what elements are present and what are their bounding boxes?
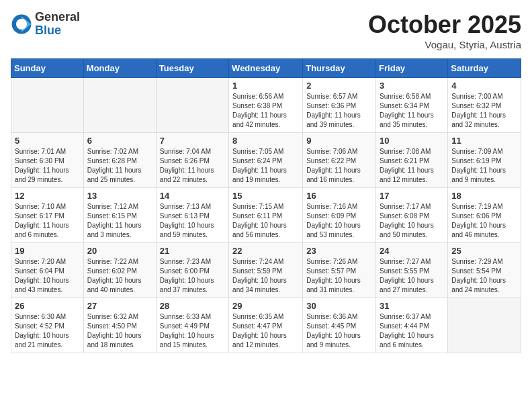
day-info: Sunrise: 7:08 AM Sunset: 6:21 PM Dayligh… [380, 147, 444, 185]
calendar-cell: 8Sunrise: 7:05 AM Sunset: 6:24 PM Daylig… [229, 133, 303, 188]
calendar-cell: 1Sunrise: 6:56 AM Sunset: 6:38 PM Daylig… [229, 78, 303, 133]
day-number: 14 [160, 191, 225, 201]
day-info: Sunrise: 6:33 AM Sunset: 4:49 PM Dayligh… [160, 312, 225, 350]
calendar-cell: 5Sunrise: 7:01 AM Sunset: 6:30 PM Daylig… [11, 133, 84, 188]
calendar-cell: 3Sunrise: 6:58 AM Sunset: 6:34 PM Daylig… [376, 78, 448, 133]
day-number: 6 [87, 136, 152, 146]
day-info: Sunrise: 7:04 AM Sunset: 6:26 PM Dayligh… [160, 147, 225, 185]
day-info: Sunrise: 7:27 AM Sunset: 5:55 PM Dayligh… [380, 257, 444, 295]
calendar-cell: 11Sunrise: 7:09 AM Sunset: 6:19 PM Dayli… [448, 133, 521, 188]
calendar-cell: 28Sunrise: 6:33 AM Sunset: 4:49 PM Dayli… [156, 298, 228, 353]
calendar-table: SundayMondayTuesdayWednesdayThursdayFrid… [11, 58, 521, 353]
day-info: Sunrise: 6:58 AM Sunset: 6:34 PM Dayligh… [380, 92, 444, 130]
day-number: 30 [306, 301, 372, 311]
calendar-week-row: 26Sunrise: 6:30 AM Sunset: 4:52 PM Dayli… [11, 298, 521, 353]
day-info: Sunrise: 6:35 AM Sunset: 4:47 PM Dayligh… [232, 312, 299, 350]
day-info: Sunrise: 7:05 AM Sunset: 6:24 PM Dayligh… [232, 147, 299, 185]
calendar-cell: 9Sunrise: 7:06 AM Sunset: 6:22 PM Daylig… [303, 133, 376, 188]
day-info: Sunrise: 7:10 AM Sunset: 6:17 PM Dayligh… [15, 202, 80, 240]
day-info: Sunrise: 7:01 AM Sunset: 6:30 PM Dayligh… [15, 147, 80, 185]
calendar-cell: 18Sunrise: 7:19 AM Sunset: 6:06 PM Dayli… [448, 188, 521, 243]
logo-icon [11, 13, 32, 35]
day-number: 10 [380, 136, 444, 146]
day-info: Sunrise: 7:29 AM Sunset: 5:54 PM Dayligh… [451, 257, 517, 295]
calendar-cell: 14Sunrise: 7:13 AM Sunset: 6:13 PM Dayli… [156, 188, 228, 243]
calendar-header-wednesday: Wednesday [229, 59, 303, 78]
calendar-cell: 23Sunrise: 7:26 AM Sunset: 5:57 PM Dayli… [303, 243, 376, 298]
calendar-cell: 13Sunrise: 7:12 AM Sunset: 6:15 PM Dayli… [83, 188, 156, 243]
day-number: 2 [306, 81, 372, 91]
calendar-cell [156, 78, 228, 133]
day-number: 27 [87, 301, 152, 311]
calendar-cell: 24Sunrise: 7:27 AM Sunset: 5:55 PM Dayli… [376, 243, 448, 298]
day-info: Sunrise: 7:17 AM Sunset: 6:08 PM Dayligh… [380, 202, 444, 240]
day-info: Sunrise: 7:22 AM Sunset: 6:02 PM Dayligh… [87, 257, 152, 295]
calendar-header-tuesday: Tuesday [156, 59, 228, 78]
day-number: 3 [380, 81, 444, 91]
calendar-cell: 30Sunrise: 6:36 AM Sunset: 4:45 PM Dayli… [303, 298, 376, 353]
day-number: 8 [232, 136, 299, 146]
day-number: 9 [306, 136, 372, 146]
calendar-cell: 16Sunrise: 7:16 AM Sunset: 6:09 PM Dayli… [303, 188, 376, 243]
calendar-cell: 19Sunrise: 7:20 AM Sunset: 6:04 PM Dayli… [11, 243, 84, 298]
day-info: Sunrise: 7:16 AM Sunset: 6:09 PM Dayligh… [306, 202, 372, 240]
title-area: October 2025 Vogau, Styria, Austria [368, 11, 521, 50]
page-header: General Blue October 2025 Vogau, Styria,… [11, 11, 521, 50]
day-info: Sunrise: 7:06 AM Sunset: 6:22 PM Dayligh… [306, 147, 372, 185]
day-number: 21 [160, 246, 225, 256]
day-info: Sunrise: 7:02 AM Sunset: 6:28 PM Dayligh… [87, 147, 152, 185]
logo-general-text: General [35, 11, 80, 24]
calendar-header-saturday: Saturday [448, 59, 521, 78]
calendar-cell: 26Sunrise: 6:30 AM Sunset: 4:52 PM Dayli… [11, 298, 84, 353]
day-info: Sunrise: 7:19 AM Sunset: 6:06 PM Dayligh… [451, 202, 517, 240]
day-number: 22 [232, 246, 299, 256]
day-number: 26 [15, 301, 80, 311]
logo: General Blue [11, 11, 80, 38]
calendar-cell: 21Sunrise: 7:23 AM Sunset: 6:00 PM Dayli… [156, 243, 228, 298]
day-number: 13 [87, 191, 152, 201]
day-info: Sunrise: 6:32 AM Sunset: 4:50 PM Dayligh… [87, 312, 152, 350]
day-info: Sunrise: 6:56 AM Sunset: 6:38 PM Dayligh… [232, 92, 299, 130]
logo-text: General Blue [35, 11, 80, 38]
calendar-week-row: 19Sunrise: 7:20 AM Sunset: 6:04 PM Dayli… [11, 243, 521, 298]
calendar-cell: 17Sunrise: 7:17 AM Sunset: 6:08 PM Dayli… [376, 188, 448, 243]
day-info: Sunrise: 7:13 AM Sunset: 6:13 PM Dayligh… [160, 202, 225, 240]
day-number: 31 [380, 301, 444, 311]
day-info: Sunrise: 6:57 AM Sunset: 6:36 PM Dayligh… [306, 92, 372, 130]
calendar-cell [11, 78, 84, 133]
day-number: 25 [451, 246, 517, 256]
day-number: 12 [15, 191, 80, 201]
day-number: 18 [451, 191, 517, 201]
day-number: 29 [232, 301, 299, 311]
day-number: 15 [232, 191, 299, 201]
calendar-header-monday: Monday [83, 59, 156, 78]
day-number: 11 [451, 136, 517, 146]
day-info: Sunrise: 7:24 AM Sunset: 5:59 PM Dayligh… [232, 257, 299, 295]
calendar-week-row: 5Sunrise: 7:01 AM Sunset: 6:30 PM Daylig… [11, 133, 521, 188]
month-title: October 2025 [368, 11, 521, 39]
day-info: Sunrise: 7:26 AM Sunset: 5:57 PM Dayligh… [306, 257, 372, 295]
day-info: Sunrise: 6:36 AM Sunset: 4:45 PM Dayligh… [306, 312, 372, 350]
calendar-cell: 27Sunrise: 6:32 AM Sunset: 4:50 PM Dayli… [83, 298, 156, 353]
calendar-cell: 15Sunrise: 7:15 AM Sunset: 6:11 PM Dayli… [229, 188, 303, 243]
calendar-cell: 7Sunrise: 7:04 AM Sunset: 6:26 PM Daylig… [156, 133, 228, 188]
calendar-cell: 6Sunrise: 7:02 AM Sunset: 6:28 PM Daylig… [83, 133, 156, 188]
calendar-cell: 31Sunrise: 6:37 AM Sunset: 4:44 PM Dayli… [376, 298, 448, 353]
logo-blue-text: Blue [35, 24, 80, 38]
calendar-cell: 2Sunrise: 6:57 AM Sunset: 6:36 PM Daylig… [303, 78, 376, 133]
location-subtitle: Vogau, Styria, Austria [368, 39, 521, 50]
day-number: 28 [160, 301, 225, 311]
day-number: 7 [160, 136, 225, 146]
calendar-header-thursday: Thursday [303, 59, 376, 78]
day-info: Sunrise: 7:15 AM Sunset: 6:11 PM Dayligh… [232, 202, 299, 240]
day-info: Sunrise: 7:20 AM Sunset: 6:04 PM Dayligh… [15, 257, 80, 295]
day-number: 20 [87, 246, 152, 256]
calendar-week-row: 1Sunrise: 6:56 AM Sunset: 6:38 PM Daylig… [11, 78, 521, 133]
calendar-week-row: 12Sunrise: 7:10 AM Sunset: 6:17 PM Dayli… [11, 188, 521, 243]
day-number: 1 [232, 81, 299, 91]
day-number: 24 [380, 246, 444, 256]
calendar-cell: 20Sunrise: 7:22 AM Sunset: 6:02 PM Dayli… [83, 243, 156, 298]
calendar-cell: 10Sunrise: 7:08 AM Sunset: 6:21 PM Dayli… [376, 133, 448, 188]
calendar-header-friday: Friday [376, 59, 448, 78]
day-info: Sunrise: 7:12 AM Sunset: 6:15 PM Dayligh… [87, 202, 152, 240]
